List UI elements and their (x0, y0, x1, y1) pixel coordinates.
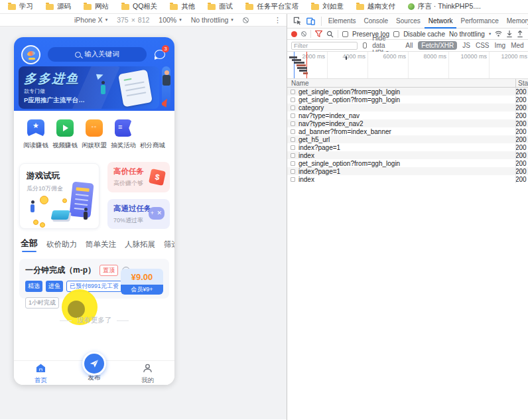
messages-button[interactable]: 3 (154, 48, 167, 61)
bookmark-page[interactable]: 序言 · ThinkPHP5.... (408, 2, 481, 11)
person-icon (143, 364, 153, 373)
domcontentloaded-marker (294, 52, 295, 78)
network-request-row[interactable]: get_single_option?from=ggh_login 200 (287, 159, 528, 167)
filter-dropdown[interactable]: 筛选 ▾ (164, 240, 174, 253)
network-request-row[interactable]: ad_banner?from=index_banner 200 (287, 127, 528, 135)
bookmark-folder[interactable]: 源码 (46, 2, 71, 11)
search-input[interactable]: 输入关键词 (48, 47, 147, 62)
request-type-filter[interactable]: Media (511, 42, 524, 49)
bookmark-label: 源码 (57, 2, 71, 11)
column-status[interactable]: Status (515, 79, 528, 88)
game-trial-card[interactable]: 游戏试玩 瓜分10万佣金 (19, 163, 99, 229)
network-request-row[interactable]: nav?type=index_nav 200 (287, 111, 528, 119)
bookmark-folder[interactable]: 学习 (8, 2, 33, 11)
nav-item-lottery[interactable]: 抽奖活动 (109, 117, 137, 157)
bookmark-folder[interactable]: 刘如意 (311, 2, 344, 11)
nav-item-reading[interactable]: 阅读赚钱 (22, 117, 50, 157)
network-request-row[interactable]: index 200 (287, 175, 528, 183)
category-tab[interactable]: 砍价助力 (46, 240, 77, 253)
category-tab[interactable]: 人脉拓展 (125, 240, 155, 253)
network-request-row[interactable]: category 200 (287, 104, 528, 111)
network-request-row[interactable]: get_single_option?from=ggh_login 200 (287, 96, 528, 104)
bookmark-folder[interactable]: 面试 (208, 2, 233, 11)
network-request-row[interactable]: index?page=1 200 (287, 167, 528, 175)
task-title: 一分钟完成（m-p） (25, 265, 96, 276)
network-request-row[interactable]: get_h5_url 200 (287, 135, 528, 143)
zoom-select[interactable]: 100% ▾ (159, 16, 181, 24)
viewport-width-field[interactable]: 375 (117, 16, 129, 24)
record-icon[interactable] (291, 31, 297, 37)
disable-cache-label: Disable cache (403, 31, 445, 38)
publish-button[interactable] (82, 352, 106, 376)
devtools-tab[interactable]: Network (425, 14, 457, 29)
throttling-dropdown[interactable]: No throttling (449, 31, 485, 38)
bookmark-label: 越南支付 (367, 2, 395, 11)
rotate-disabled-icon[interactable] (243, 17, 249, 23)
app-logo[interactable] (21, 45, 40, 64)
devtools-tab[interactable]: Sources (392, 14, 425, 29)
banner-line1: 款专门做 (24, 88, 45, 95)
bookmark-folder[interactable]: 网站 (84, 2, 109, 11)
bookmark-folder[interactable]: 其他 (170, 2, 195, 11)
more-options-icon[interactable]: ⋮ (274, 16, 287, 25)
preserve-log-checkbox[interactable] (342, 31, 348, 37)
category-tab[interactable]: 简单关注 (86, 240, 116, 253)
network-request-row[interactable]: index?page=1 200 (287, 143, 528, 151)
import-har-icon[interactable] (506, 31, 513, 38)
tab-home[interactable]: 首页 (14, 361, 68, 385)
request-type-filter[interactable]: CSS (476, 42, 490, 49)
task-list-item[interactable]: 一分钟完成（m-p） 置顶 ! 精选进鱼 已预付8991元工资 1小时完成 (19, 259, 169, 299)
bookmark-folder[interactable]: QQ相关 (121, 2, 157, 11)
network-request-row[interactable]: get_single_option?from=ggh_login 200 (287, 88, 528, 96)
high-pass-task-card[interactable]: 高通过任务 70%通过率 + ✕ (107, 199, 170, 229)
nav-item-points-mall[interactable]: 积分商城 (139, 117, 166, 157)
network-request-row[interactable]: nav?type=index_nav2 200 (287, 119, 528, 127)
missing-icon (144, 119, 161, 137)
request-name: nav?type=index_nav (298, 112, 513, 119)
clear-icon[interactable] (301, 31, 306, 36)
chevron-down-icon: ▾ (179, 17, 182, 23)
chevron-down-icon: ▾ (105, 17, 108, 23)
request-type-filter[interactable]: Img (495, 42, 506, 49)
request-type-filter[interactable]: JS (462, 42, 470, 49)
bookmark-folder[interactable]: 越南支付 (356, 2, 395, 11)
nav-item-games[interactable]: 闲娱联盟 (80, 117, 108, 157)
bookmark-page-label: 序言 · ThinkPHP5.... (418, 2, 481, 11)
filter-funnel-icon[interactable] (315, 31, 322, 37)
banner-next-slide[interactable] (162, 66, 170, 109)
devtools-tab[interactable]: Elements (324, 14, 360, 29)
list-end-message: 没有更多了 (14, 316, 174, 325)
throttling-value: No throttling (191, 16, 229, 24)
bookmark-folder[interactable]: 任务平台宝塔 (245, 2, 298, 11)
banner-carousel: 多多进鱼 款专门做 P应用推广主流平台… (19, 66, 170, 109)
high-price-task-card[interactable]: 高价任务 高价赚个够 $ (107, 162, 170, 192)
request-name: get_single_option?from=ggh_login (298, 88, 513, 96)
device-toolbar-icon[interactable] (306, 17, 315, 25)
request-type-filter[interactable]: Fetch/XHR (418, 41, 457, 50)
devtools-tab[interactable]: Memory (503, 14, 528, 29)
network-request-row[interactable]: index 200 (287, 151, 528, 159)
devtools-tab[interactable]: Performance (456, 14, 502, 29)
hide-data-urls-checkbox[interactable] (363, 42, 367, 48)
network-overview[interactable]: 2000 ms4000 ms6000 ms8000 ms10000 ms1200… (287, 52, 528, 79)
column-name[interactable]: Name (287, 80, 515, 87)
viewport-height-field[interactable]: 812 (138, 16, 150, 24)
bookmark-label: 网站 (95, 2, 109, 11)
throttling-select[interactable]: No throttling ▾ (191, 16, 233, 24)
column-divider[interactable] (515, 88, 516, 183)
request-type-filter[interactable]: All (405, 42, 413, 49)
banner-slide[interactable]: 多多进鱼 款专门做 P应用推广主流平台… (19, 66, 159, 109)
inspect-element-icon[interactable] (293, 17, 302, 25)
tab-publish[interactable]: 发布 (68, 361, 121, 385)
emulation-background: 输入关键词 3 多多进鱼 款专门做 (0, 27, 287, 419)
tab-mine[interactable]: 我的 (121, 361, 174, 385)
category-tab[interactable]: 全部 (21, 238, 38, 253)
export-har-icon[interactable] (517, 31, 523, 38)
network-conditions-icon[interactable] (495, 31, 502, 37)
load-event-marker (306, 52, 307, 78)
nav-item-video[interactable]: 视频赚钱 (51, 117, 79, 157)
devtools-tab[interactable]: Console (360, 14, 392, 29)
filter-input[interactable] (291, 42, 358, 50)
device-select[interactable]: iPhone X ▾ (74, 16, 107, 24)
search-icon[interactable] (326, 31, 334, 38)
